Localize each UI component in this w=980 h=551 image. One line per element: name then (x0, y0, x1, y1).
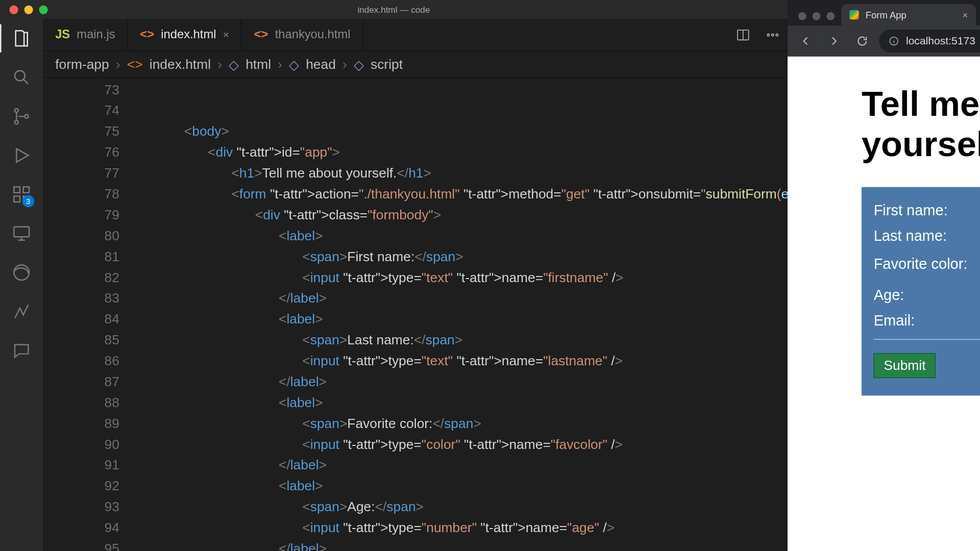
svg-rect-7 (23, 187, 29, 193)
chrome-window: Form App × + ⌄ localhost:5173 Relaunch t… (788, 0, 980, 551)
search-icon[interactable] (11, 67, 32, 88)
tab-label: index.html (161, 28, 216, 42)
code-content[interactable]: <body> <div "t-attr">id="app"> <h1>Tell … (137, 78, 788, 551)
chat-icon[interactable] (11, 340, 32, 361)
field-age: Age: (874, 287, 980, 304)
explorer-icon[interactable] (11, 28, 32, 48)
symbol-icon: ◇ (354, 56, 364, 72)
editor-tabs: JS main.js <> index.html × <> thankyou.h… (43, 19, 787, 51)
rendered-page: Tell me about yourself. First name: Last… (788, 57, 980, 551)
svg-point-14 (772, 34, 774, 36)
field-firstname: First name: (874, 202, 980, 219)
new-tab-button[interactable]: + (976, 4, 980, 26)
chevron-right-icon: › (278, 57, 282, 72)
label-text: Last name: (874, 228, 980, 245)
minimize-window-button[interactable] (24, 5, 33, 14)
symbol-icon: ◇ (229, 56, 239, 72)
maximize-window-button[interactable] (39, 5, 47, 14)
minimize-window-button[interactable] (813, 12, 821, 20)
address-bar[interactable]: localhost:5173 (879, 30, 980, 53)
close-window-button[interactable] (9, 5, 18, 14)
breadcrumb-item[interactable]: head (306, 57, 336, 72)
svg-point-0 (15, 70, 25, 81)
page-heading: Tell me about yourself. (862, 84, 980, 164)
source-control-icon[interactable] (11, 106, 32, 127)
back-button[interactable] (794, 30, 817, 53)
vscode-titlebar: index.html — code (0, 0, 788, 19)
window-title: index.html — code (0, 5, 788, 15)
svg-rect-5 (14, 196, 20, 202)
breadcrumb-item[interactable]: script (371, 57, 403, 72)
label-text: Age: (874, 287, 980, 304)
about-form: First name: Last name: Favorite color: A… (862, 187, 980, 396)
tab-label: thankyou.html (275, 28, 351, 42)
remote-explorer-icon[interactable] (11, 223, 32, 244)
chrome-tabstrip: Form App × + ⌄ (788, 0, 980, 26)
url-text: localhost:5173 (906, 35, 975, 47)
svg-point-13 (767, 34, 769, 36)
form-divider (874, 339, 980, 340)
chrome-toolbar: localhost:5173 Relaunch to update ⋮ (788, 26, 980, 57)
close-tab-icon[interactable]: × (962, 9, 968, 20)
more-actions-icon[interactable] (758, 19, 788, 51)
html-file-icon: <> (254, 28, 268, 42)
browser-tab[interactable]: Form App × (841, 4, 976, 26)
svg-rect-4 (14, 187, 20, 193)
close-tab-icon[interactable]: × (223, 29, 229, 41)
forward-button[interactable] (822, 30, 845, 53)
line-number-gutter[interactable]: 7374757677787980818283848586878889909192… (97, 78, 137, 551)
code-editor[interactable]: 7374757677787980818283848586878889909192… (43, 78, 787, 551)
svg-point-1 (15, 109, 18, 112)
svg-point-2 (15, 120, 18, 124)
svg-rect-8 (14, 227, 29, 237)
mac-traffic-lights (0, 5, 48, 14)
chevron-right-icon: › (116, 57, 120, 72)
html-file-icon: <> (140, 28, 154, 42)
chevron-right-icon: › (342, 57, 347, 72)
field-lastname: Last name: (874, 228, 980, 245)
breadcrumbs[interactable]: form-app › <> index.html › ◇ html › ◇ he… (43, 51, 787, 78)
label-text: First name: (874, 202, 980, 219)
symbol-icon: ◇ (289, 56, 299, 72)
label-text: Favorite color: (874, 256, 980, 273)
breadcrumb-item[interactable]: form-app (55, 57, 109, 72)
field-favcolor: Favorite color: (874, 253, 980, 276)
vscode-window: index.html — code 3 (0, 0, 788, 551)
breadcrumb-item[interactable]: html (246, 57, 271, 72)
activity-bar: 3 1 (0, 19, 43, 551)
run-debug-icon[interactable] (11, 145, 32, 166)
tab-thankyou-html[interactable]: <> thankyou.html (242, 19, 363, 51)
field-email: Email: (874, 312, 980, 330)
svg-point-3 (24, 115, 28, 118)
maximize-window-button[interactable] (826, 12, 835, 20)
split-editor-icon[interactable] (728, 19, 758, 51)
favicon-icon (849, 10, 859, 19)
tab-title: Form App (866, 9, 906, 20)
breadcrumb-item[interactable]: index.html (150, 57, 211, 72)
tab-index-html[interactable]: <> index.html × (128, 19, 242, 51)
tab-main-js[interactable]: JS main.js (43, 19, 128, 51)
testing-icon[interactable] (11, 302, 32, 322)
svg-point-9 (14, 265, 29, 280)
site-info-icon[interactable] (889, 36, 899, 46)
reload-button[interactable] (851, 30, 874, 53)
html-file-icon: <> (127, 57, 143, 72)
submit-button[interactable]: Submit (874, 353, 936, 378)
label-text: Email: (874, 312, 980, 330)
close-window-button[interactable] (798, 12, 806, 20)
js-file-icon: JS (55, 28, 70, 42)
edge-tools-icon[interactable] (11, 262, 32, 283)
extensions-icon[interactable]: 3 (11, 184, 32, 205)
svg-point-15 (776, 34, 778, 36)
tab-label: main.js (77, 28, 115, 42)
mac-traffic-lights (794, 12, 841, 26)
chevron-right-icon: › (217, 57, 222, 72)
extensions-badge: 3 (22, 195, 35, 207)
